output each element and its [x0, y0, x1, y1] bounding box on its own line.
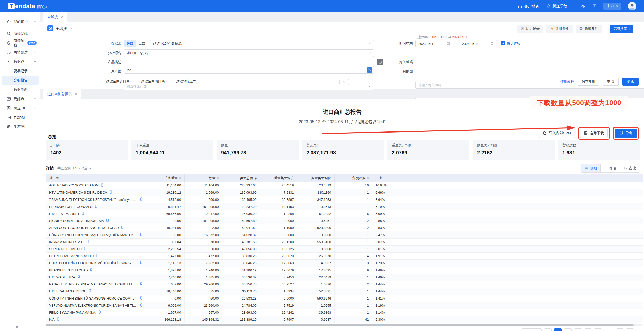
tendata-logo[interactable]: Tendata腾道® — [8, 3, 47, 10]
column-header-千克重量[interactable]: 千克重量 — [147, 174, 184, 182]
filter-checkbox-过滤空白出口商[interactable]: 过滤空白出口商 — [136, 79, 165, 84]
column-header-美元总价[interactable]: 美元总价 — [222, 174, 260, 182]
sidebar-item-我的账户[interactable]: 我的账户 — [0, 17, 40, 26]
stat-label: 数量 — [221, 143, 294, 148]
chevron-down-icon — [34, 20, 37, 24]
search-type-selector[interactable]: 全球搜 — [47, 25, 72, 32]
contact-icon[interactable] — [81, 211, 85, 216]
date-to-input[interactable]: 2024-05-11 — [459, 40, 497, 47]
merge-download-button[interactable]: 合并下载 — [580, 129, 608, 138]
pagination-button[interactable] — [626, 328, 634, 331]
sort-icon[interactable] — [179, 177, 181, 180]
sort-icon[interactable] — [217, 177, 219, 180]
pagination-button[interactable] — [544, 328, 552, 331]
translate-icon[interactable]: 中A — [367, 67, 372, 73]
contact-icon[interactable] — [140, 233, 143, 237]
sidebar-item-商情雷达[interactable]: 商情雷达 — [0, 48, 40, 57]
pagination-button[interactable] — [616, 328, 624, 331]
sort-icon[interactable] — [255, 177, 257, 180]
search-button[interactable]: 搜 索 — [622, 78, 639, 86]
sidebar-item-生态应用[interactable]: 生态应用 — [0, 122, 40, 131]
pagination-button[interactable] — [584, 328, 592, 331]
contact-icon[interactable] — [77, 275, 80, 279]
history-button[interactable]: 历史记录 — [517, 25, 543, 33]
horizontal-scrollbar[interactable] — [46, 324, 643, 326]
contact-icon[interactable] — [88, 289, 92, 293]
contact-icon[interactable] — [140, 261, 143, 265]
collapse-filters-button[interactable] — [339, 79, 349, 85]
user-avatar[interactable] — [628, 2, 636, 10]
pagination-button[interactable] — [594, 328, 602, 331]
export-button[interactable]: 导出 — [615, 129, 637, 138]
export-toggle[interactable]: 出口 — [136, 40, 148, 47]
contact-icon[interactable] — [90, 268, 93, 272]
scrollbar-thumb[interactable] — [46, 324, 634, 326]
sidebar-item-贸易记录[interactable]: 贸易记录 — [0, 66, 40, 76]
filter-checkbox-过滤物流公司[interactable]: 过滤物流公司 — [171, 79, 197, 84]
contact-icon[interactable] — [95, 254, 99, 258]
origin-country-select[interactable]: 请选择原产国 — [124, 83, 374, 90]
tab-global-search[interactable]: 全球搜 ✕ — [43, 12, 67, 22]
sort-icon[interactable] — [367, 177, 369, 180]
bulb-icon — [546, 4, 551, 9]
customer-service-button[interactable]: 客户服务 — [518, 4, 539, 9]
pagination-button[interactable] — [564, 328, 572, 331]
sidebar-item-T-CRM[interactable]: T-CRM — [0, 113, 40, 122]
hide-conditions-button[interactable]: 隐藏条件 — [576, 25, 602, 33]
pagination-button[interactable] — [574, 328, 582, 331]
product-desc-input[interactable] — [127, 68, 371, 72]
language-switch[interactable]: 中 / EN — [603, 3, 621, 10]
announcement-button[interactable] — [581, 4, 586, 9]
sidebar-item-分析报告[interactable]: 分析报告 — [2, 76, 39, 85]
contact-icon[interactable] — [100, 183, 104, 188]
reset-button[interactable]: 重 置 — [603, 78, 619, 86]
import-toggle[interactable]: 进口 — [124, 40, 136, 47]
save-common-button[interactable]: 保存常用 — [578, 78, 599, 86]
pagination-current-page[interactable] — [554, 328, 562, 331]
close-icon[interactable]: ✕ — [60, 15, 63, 19]
contact-icon[interactable] — [140, 296, 143, 301]
close-icon[interactable]: ✕ — [75, 92, 77, 96]
contact-icon[interactable] — [83, 247, 87, 251]
filter-checkbox-过滤空白进口商[interactable]: 过滤空白进口商 — [101, 79, 130, 84]
contact-icon[interactable] — [106, 218, 109, 223]
contact-icon[interactable] — [56, 317, 60, 322]
quick-options-link[interactable]: 快捷选项 — [501, 41, 520, 46]
exclude-match-icon[interactable] — [377, 59, 383, 66]
advanced-search-button[interactable]: 高级搜索 › — [610, 25, 634, 33]
contact-icon[interactable] — [98, 310, 101, 315]
contact-icon[interactable] — [140, 282, 143, 286]
tab-importer-report[interactable]: 进口商汇总报告 ✕ — [43, 89, 81, 99]
contact-icon[interactable] — [121, 225, 124, 230]
value-cell: 2.07% — [372, 238, 643, 245]
contact-icon[interactable] — [94, 204, 98, 209]
pagination-button[interactable] — [522, 328, 542, 331]
sidebar-item-腾道 BI[interactable]: BI腾道 BI — [0, 104, 40, 113]
contact-icon[interactable] — [140, 197, 143, 202]
academy-button[interactable]: 腾道学院 — [546, 4, 567, 9]
view-toggle-明细[interactable]: 明细 — [581, 164, 600, 172]
fullscreen-button[interactable] — [592, 4, 597, 9]
column-header-数量[interactable]: 数量 — [184, 174, 222, 182]
column-header-贸易次数[interactable]: 贸易次数 — [334, 174, 372, 182]
favorite-conditions-button[interactable]: 常用条件 — [546, 25, 573, 33]
sidebar-item-商情发现[interactable]: 商情发现 — [0, 29, 40, 38]
sidebar-item-云邮通[interactable]: 云邮通 — [0, 94, 40, 104]
sidebar-collapse-button[interactable]: « — [16, 324, 18, 329]
import-crm-button[interactable]: 导入内部CRM — [539, 129, 575, 138]
view-toggle-排名[interactable]: 排名 — [600, 164, 620, 172]
contact-icon[interactable] — [140, 303, 143, 308]
value-cell: 6 — [334, 210, 372, 217]
datasource-select[interactable]: 已选中104个数据源 — [150, 40, 374, 47]
view-toggle-占比[interactable]: 占比 — [620, 164, 640, 172]
date-from-input[interactable]: 2023-05-12 — [415, 40, 453, 47]
sidebar-item-商情洞察[interactable]: 商情洞察PRO — [0, 38, 40, 48]
contact-icon[interactable] — [109, 190, 113, 195]
tutorial-link[interactable]: 使用教程 — [560, 79, 574, 84]
sidebar-item-数据通[interactable]: 数据通 — [0, 57, 40, 66]
report-type-select[interactable]: 进口商汇总报告 — [124, 49, 374, 57]
sidebar-item-数据更新[interactable]: 数据更新 — [0, 85, 40, 94]
contact-icon[interactable] — [86, 240, 90, 244]
overview-stats: 进口商1402千克重量1,004,944.11数量941,799.78美元总价2… — [46, 140, 640, 160]
importer-cell: ETS WADI LITRA — [46, 274, 147, 281]
